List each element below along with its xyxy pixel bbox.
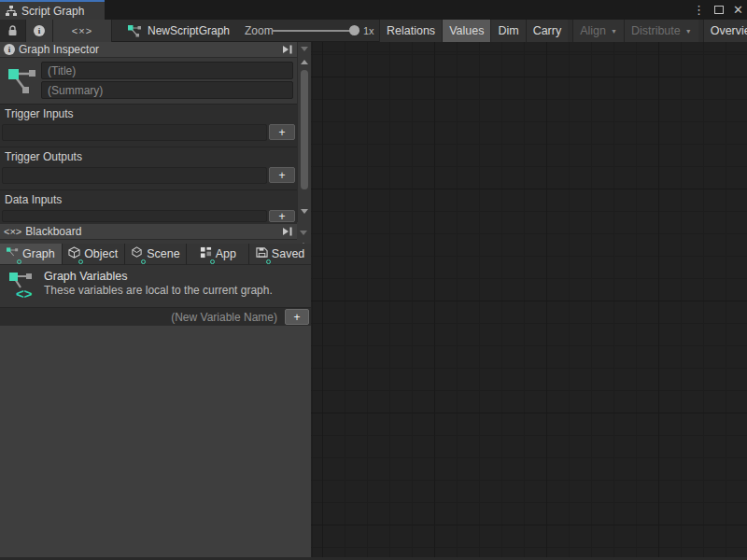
left-panel: i Graph Inspector (Title) (Summary) Trig… <box>0 42 311 557</box>
menu-icon[interactable]: ⋮ <box>693 0 705 20</box>
title-input[interactable]: (Title) <box>41 62 293 79</box>
tab-script-graph[interactable]: Script Graph <box>0 0 105 20</box>
graph-variables-title: Graph Variables <box>44 270 127 283</box>
graph-toolbar: i <×> NewScriptGraph Zoom 1x Relations V… <box>0 20 747 42</box>
dock-icon[interactable] <box>282 45 293 54</box>
tab-object[interactable]: Object <box>63 244 125 264</box>
new-variable-row: (New Variable Name) + <box>0 307 311 326</box>
new-variable-input[interactable]: (New Variable Name) <box>171 308 277 327</box>
add-trigger-input-button[interactable]: + <box>269 124 295 140</box>
tab-saved[interactable]: Saved <box>249 244 311 264</box>
graph-variables-box: <> Graph Variables These variables are l… <box>0 264 311 307</box>
lock-icon <box>7 25 18 36</box>
inspector-toggle-button[interactable]: i <box>26 20 53 42</box>
app-grid-icon <box>200 246 212 261</box>
add-data-input-button[interactable]: + <box>269 210 295 222</box>
graph-node-icon <box>7 247 19 261</box>
trigger-inputs-row: + <box>0 122 297 147</box>
dim-button[interactable]: Dim <box>490 20 525 42</box>
overview-button[interactable]: Overview <box>703 20 747 42</box>
data-inputs-row: + <box>0 208 297 224</box>
section-header-data-inputs: Data Inputs <box>0 189 297 208</box>
graph-title-block: (Title) (Summary) <box>0 59 297 102</box>
trigger-outputs-list[interactable] <box>2 167 267 184</box>
summary-placeholder: (Summary) <box>48 84 103 97</box>
graph-inspector-title: Graph Inspector <box>19 43 99 56</box>
zoom-slider-track[interactable] <box>272 30 359 32</box>
scrollbar-thumb[interactable] <box>301 70 308 189</box>
info-icon: i <box>4 44 15 55</box>
data-inputs-list[interactable] <box>2 210 267 222</box>
info-icon: i <box>34 25 45 36</box>
chevron-down-icon: ▼ <box>611 28 617 35</box>
script-graph-icon <box>6 6 17 17</box>
trigger-outputs-row: + <box>0 165 297 189</box>
zoom-label: Zoom <box>245 20 274 42</box>
graph-variables-icon: <> <box>8 271 40 302</box>
tab-graph[interactable]: Graph <box>0 244 63 264</box>
blackboard-title: Blackboard <box>25 225 81 238</box>
carry-button[interactable]: Carry <box>526 20 569 42</box>
tab-scene[interactable]: Scene <box>125 244 188 264</box>
blackboard-header[interactable]: <×> Blackboard <box>0 224 297 240</box>
cube-icon <box>68 246 80 261</box>
values-button[interactable]: Values <box>442 20 490 42</box>
variables-icon: <×> <box>72 25 92 36</box>
align-dropdown[interactable]: Align ▼ <box>572 20 624 42</box>
graph-node-icon <box>128 25 142 37</box>
blackboard-tabs: Graph Object Sc <box>0 244 311 264</box>
distribute-dropdown[interactable]: Distribute ▼ <box>624 20 698 42</box>
tab-label: Script Graph <box>21 5 84 18</box>
variables-icon: <×> <box>4 226 21 237</box>
relations-button[interactable]: Relations <box>379 20 442 42</box>
title-placeholder: (Title) <box>48 64 76 77</box>
trigger-inputs-list[interactable] <box>2 124 267 141</box>
titlebar: Script Graph ⋮ ✕ <box>0 0 747 20</box>
zoom-value: 1x <box>363 20 374 42</box>
blackboard-toggle-button[interactable]: <×> <box>53 20 112 42</box>
section-header-trigger-inputs: Trigger Inputs <box>0 104 297 122</box>
svg-text:<>: <> <box>16 286 33 301</box>
zoom-slider-handle[interactable] <box>349 25 359 35</box>
floppy-save-icon <box>256 246 268 261</box>
script-graph-window: Script Graph ⋮ ✕ i <×> <box>0 0 747 560</box>
tab-app[interactable]: App <box>187 244 249 264</box>
scene-icon <box>131 246 143 261</box>
section-header-trigger-outputs: Trigger Outputs <box>0 147 297 165</box>
variables-empty-area <box>0 326 311 557</box>
add-trigger-output-button[interactable]: + <box>269 167 295 183</box>
summary-input[interactable]: (Summary) <box>41 81 293 99</box>
add-variable-button[interactable]: + <box>285 309 309 325</box>
dock-icon[interactable] <box>282 227 293 236</box>
graph-name-label: NewScriptGraph <box>148 24 230 37</box>
close-icon[interactable]: ✕ <box>733 0 743 20</box>
lock-button[interactable] <box>0 20 26 42</box>
blackboard-scrollbar[interactable] <box>297 224 311 243</box>
graph-canvas[interactable] <box>311 42 747 560</box>
graph-variables-description: These variables are local to the current… <box>44 284 273 297</box>
chevron-down-icon: ▼ <box>685 28 692 35</box>
maximize-icon[interactable] <box>714 6 724 14</box>
view-buttons: Relations Values Dim Carry Align ▼ Distr… <box>379 20 747 42</box>
graph-inspector-header[interactable]: i Graph Inspector <box>0 42 297 58</box>
window-controls: ⋮ ✕ <box>693 0 743 20</box>
inspector-scrollbar[interactable] <box>297 42 311 222</box>
graph-name[interactable]: NewScriptGraph <box>128 20 230 42</box>
graph-node-icon <box>7 63 37 97</box>
